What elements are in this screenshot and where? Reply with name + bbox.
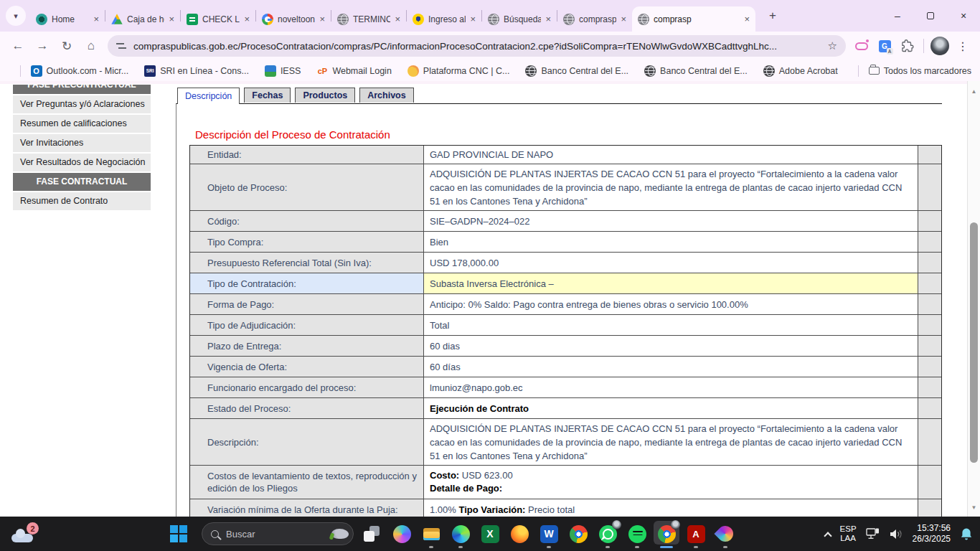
back-button[interactable]: ← <box>7 35 29 57</box>
costo-line: Costo: USD 623.00 <box>430 469 513 482</box>
tab-label: CHECK LIS <box>202 14 240 24</box>
language-indicator[interactable]: ESP LAA <box>840 524 857 543</box>
all-bookmarks-button[interactable]: Todos los marcadores <box>869 66 971 76</box>
task-view-button[interactable] <box>364 526 380 542</box>
volume-icon[interactable] <box>890 529 903 540</box>
bookmark-adobe-acrobat[interactable]: Adobe Acrobat <box>763 65 838 77</box>
taskbar-clipchamp[interactable] <box>715 518 736 550</box>
taskbar-firefox[interactable] <box>509 518 530 550</box>
bookmark-iess[interactable]: IESS <box>265 65 301 77</box>
bookmark-cnc[interactable]: Plataforma CNC | C... <box>407 65 510 77</box>
browser-tab-termino[interactable]: TERMINO × <box>331 6 406 32</box>
sidebar-item-resumen-contrato[interactable]: Resumen de Contrato <box>13 192 151 210</box>
reload-button[interactable]: ↻ <box>56 35 77 57</box>
tray-time: 15:37:56 <box>913 523 951 534</box>
taskbar-excel[interactable]: X <box>479 518 501 550</box>
scroll-down-icon[interactable]: ▼ <box>968 504 980 511</box>
scrollbar-thumb[interactable] <box>970 222 978 463</box>
taskbar-chrome-active[interactable] <box>656 518 677 550</box>
row-gutter <box>918 466 941 499</box>
url-text[interactable]: compraspublicas.gob.ec/ProcesoContrataci… <box>133 41 821 52</box>
close-tab-icon[interactable]: × <box>244 14 250 24</box>
translate-button[interactable]: GA <box>875 36 895 56</box>
browser-tab-ingreso[interactable]: Ingreso al × <box>407 6 481 32</box>
bookmark-banco-central-2[interactable]: Banco Central del E... <box>644 65 748 77</box>
start-button[interactable] <box>170 525 187 542</box>
close-tab-icon[interactable]: × <box>169 14 174 24</box>
bookmark-sri[interactable]: SRISRI en Línea - Cons... <box>144 65 249 77</box>
bookmarks-divider <box>858 65 859 77</box>
taskbar-copilot[interactable] <box>391 518 413 550</box>
browser-tab-comprasp-1[interactable]: comprasp × <box>557 6 632 32</box>
back-icon: ← <box>12 39 24 53</box>
sidebar-item-preguntas[interactable]: Ver Preguntas y/ó Aclaraciones <box>13 95 151 113</box>
window-minimize-button[interactable]: – <box>881 0 914 32</box>
sidebar-item-calificaciones[interactable]: Resumen de calificaciones <box>13 115 151 133</box>
sidebar-item-invitaciones[interactable]: Ver Invitaciones <box>13 134 151 152</box>
tab-fechas[interactable]: Fechas <box>244 88 291 103</box>
taskbar-file-explorer[interactable] <box>420 518 442 550</box>
notification-bell-icon[interactable] <box>960 527 973 541</box>
search-highlight-manatee-icon <box>331 529 349 539</box>
page-top-strip <box>0 81 967 84</box>
profile-button[interactable] <box>930 36 950 56</box>
tab-search-button[interactable]: ▾ <box>6 6 26 26</box>
address-bar[interactable]: compraspublicas.gob.ec/ProcesoContrataci… <box>108 35 846 57</box>
tray-chevron-up-icon[interactable] <box>824 532 831 540</box>
browser-tab-busqueda[interactable]: Búsqueda × <box>482 6 557 32</box>
taskbar-search[interactable]: Buscar <box>202 522 354 545</box>
browser-tab-drive[interactable]: Caja de he × <box>105 6 180 32</box>
close-tab-icon[interactable]: × <box>470 14 476 24</box>
extension-pink-button[interactable] <box>852 36 872 56</box>
tab-productos[interactable]: Productos <box>295 88 355 103</box>
apps-grid-icon[interactable] <box>9 65 10 76</box>
close-tab-icon[interactable]: × <box>621 14 626 24</box>
tab-descripcion[interactable]: Descripción <box>177 88 240 104</box>
extensions-button[interactable] <box>897 36 918 56</box>
sidebar-item-negociacion[interactable]: Ver Resultados de Negociación <box>13 154 151 171</box>
browser-tab-noveltoon[interactable]: noveltoon × <box>256 6 331 32</box>
clock[interactable]: 15:37:56 26/3/2025 <box>913 523 951 545</box>
browser-tab-home[interactable]: Home × <box>30 6 105 32</box>
close-tab-icon[interactable]: × <box>93 14 99 24</box>
bookmark-webmail[interactable]: cPWebmail Login <box>316 65 391 77</box>
tab-label: TERMINO <box>353 14 390 24</box>
taskbar-whatsapp[interactable] <box>597 518 618 550</box>
clipchamp-icon <box>714 522 736 545</box>
taskbar-chrome[interactable] <box>567 518 589 550</box>
translate-sub-glyph: A <box>887 48 893 55</box>
taskbar-word[interactable]: W <box>538 518 560 550</box>
row-label: Costos de levantamiento de textos, repro… <box>190 466 424 499</box>
close-tab-icon[interactable]: × <box>744 14 750 24</box>
network-icon[interactable] <box>866 528 880 540</box>
taskbar-acrobat[interactable]: A <box>685 518 707 550</box>
weather-widget[interactable]: 2 <box>11 524 36 544</box>
close-tab-icon[interactable]: × <box>395 14 400 24</box>
variacion-pct: 1.00% <box>430 503 456 517</box>
window-close-button[interactable]: × <box>947 0 980 32</box>
browser-menu-button[interactable]: ⋮ <box>953 36 973 56</box>
forward-button[interactable]: → <box>32 35 53 57</box>
bookmark-star-icon[interactable]: ☆ <box>828 39 837 52</box>
tab-archivos[interactable]: Archivos <box>359 88 414 103</box>
scroll-up-icon[interactable]: ▲ <box>968 88 980 95</box>
row-value-variacion: 1.00% Tipo Variación: Precio total <box>424 499 918 517</box>
excel-icon: X <box>481 525 499 543</box>
taskbar-spotify[interactable] <box>626 518 648 550</box>
close-tab-icon[interactable]: × <box>545 14 551 24</box>
new-tab-button[interactable]: + <box>763 6 783 26</box>
bookmark-outlook[interactable]: OOutlook.com - Micr... <box>31 65 129 77</box>
site-info-icon[interactable] <box>116 42 126 50</box>
bookmark-label: Webmail Login <box>332 66 391 76</box>
web-page: FASE PRECONTRACTUAL Ver Preguntas y/ó Ac… <box>0 81 967 517</box>
word-icon: W <box>540 525 558 543</box>
page-scrollbar[interactable]: ▲ ▼ <box>967 81 980 517</box>
taskbar-edge[interactable] <box>450 518 471 550</box>
close-tab-icon[interactable]: × <box>319 14 325 24</box>
row-label: Tipo Compra: <box>190 232 424 252</box>
browser-tab-sheets[interactable]: CHECK LIS × <box>181 6 255 32</box>
window-restore-button[interactable] <box>914 0 947 32</box>
browser-tab-comprasp-active[interactable]: comprasp × <box>632 6 755 32</box>
home-button[interactable]: ⌂ <box>80 35 102 57</box>
bookmark-banco-central-1[interactable]: Banco Central del E... <box>525 65 628 77</box>
